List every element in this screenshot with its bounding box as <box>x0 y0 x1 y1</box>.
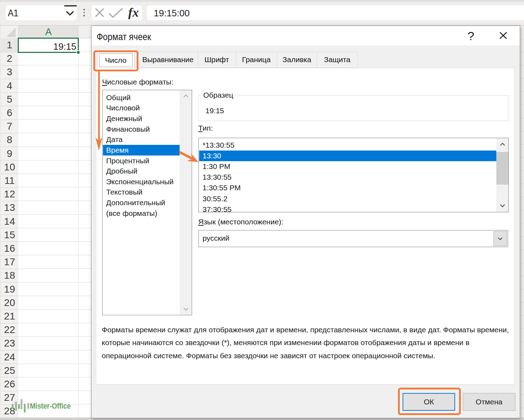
svg-text:fx: fx <box>128 7 139 19</box>
